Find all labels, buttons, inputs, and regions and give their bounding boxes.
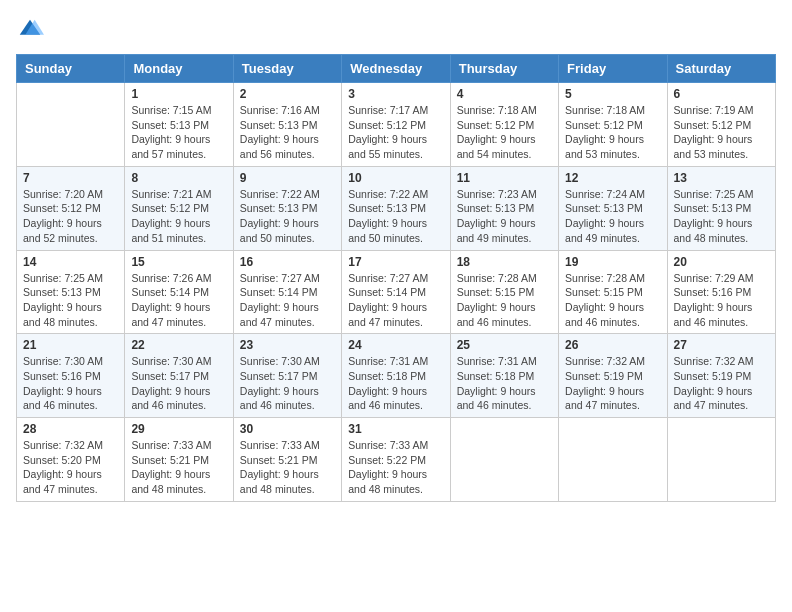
day-number: 22 xyxy=(131,338,226,352)
day-info: Sunrise: 7:18 AM Sunset: 5:12 PM Dayligh… xyxy=(565,103,660,162)
day-info: Sunrise: 7:33 AM Sunset: 5:21 PM Dayligh… xyxy=(131,438,226,497)
calendar-cell: 17Sunrise: 7:27 AM Sunset: 5:14 PM Dayli… xyxy=(342,250,450,334)
calendar-cell: 11Sunrise: 7:23 AM Sunset: 5:13 PM Dayli… xyxy=(450,166,558,250)
day-number: 29 xyxy=(131,422,226,436)
calendar-cell: 15Sunrise: 7:26 AM Sunset: 5:14 PM Dayli… xyxy=(125,250,233,334)
calendar-cell: 9Sunrise: 7:22 AM Sunset: 5:13 PM Daylig… xyxy=(233,166,341,250)
day-info: Sunrise: 7:16 AM Sunset: 5:13 PM Dayligh… xyxy=(240,103,335,162)
calendar-cell: 29Sunrise: 7:33 AM Sunset: 5:21 PM Dayli… xyxy=(125,418,233,502)
calendar-cell: 21Sunrise: 7:30 AM Sunset: 5:16 PM Dayli… xyxy=(17,334,125,418)
day-number: 2 xyxy=(240,87,335,101)
day-info: Sunrise: 7:20 AM Sunset: 5:12 PM Dayligh… xyxy=(23,187,118,246)
calendar-cell: 3Sunrise: 7:17 AM Sunset: 5:12 PM Daylig… xyxy=(342,83,450,167)
day-info: Sunrise: 7:33 AM Sunset: 5:22 PM Dayligh… xyxy=(348,438,443,497)
weekday-header-monday: Monday xyxy=(125,55,233,83)
day-number: 26 xyxy=(565,338,660,352)
calendar-cell: 13Sunrise: 7:25 AM Sunset: 5:13 PM Dayli… xyxy=(667,166,775,250)
day-info: Sunrise: 7:31 AM Sunset: 5:18 PM Dayligh… xyxy=(457,354,552,413)
calendar-table: SundayMondayTuesdayWednesdayThursdayFrid… xyxy=(16,54,776,502)
day-info: Sunrise: 7:17 AM Sunset: 5:12 PM Dayligh… xyxy=(348,103,443,162)
logo xyxy=(16,16,46,44)
calendar-cell: 27Sunrise: 7:32 AM Sunset: 5:19 PM Dayli… xyxy=(667,334,775,418)
day-info: Sunrise: 7:26 AM Sunset: 5:14 PM Dayligh… xyxy=(131,271,226,330)
calendar-body: 1Sunrise: 7:15 AM Sunset: 5:13 PM Daylig… xyxy=(17,83,776,502)
calendar-cell: 5Sunrise: 7:18 AM Sunset: 5:12 PM Daylig… xyxy=(559,83,667,167)
calendar-cell: 6Sunrise: 7:19 AM Sunset: 5:12 PM Daylig… xyxy=(667,83,775,167)
calendar-cell: 19Sunrise: 7:28 AM Sunset: 5:15 PM Dayli… xyxy=(559,250,667,334)
calendar-week-row: 1Sunrise: 7:15 AM Sunset: 5:13 PM Daylig… xyxy=(17,83,776,167)
calendar-cell: 26Sunrise: 7:32 AM Sunset: 5:19 PM Dayli… xyxy=(559,334,667,418)
day-info: Sunrise: 7:28 AM Sunset: 5:15 PM Dayligh… xyxy=(565,271,660,330)
weekday-header-row: SundayMondayTuesdayWednesdayThursdayFrid… xyxy=(17,55,776,83)
day-info: Sunrise: 7:25 AM Sunset: 5:13 PM Dayligh… xyxy=(23,271,118,330)
day-info: Sunrise: 7:32 AM Sunset: 5:19 PM Dayligh… xyxy=(674,354,769,413)
day-number: 27 xyxy=(674,338,769,352)
day-info: Sunrise: 7:31 AM Sunset: 5:18 PM Dayligh… xyxy=(348,354,443,413)
calendar-cell: 24Sunrise: 7:31 AM Sunset: 5:18 PM Dayli… xyxy=(342,334,450,418)
weekday-header-friday: Friday xyxy=(559,55,667,83)
calendar-week-row: 21Sunrise: 7:30 AM Sunset: 5:16 PM Dayli… xyxy=(17,334,776,418)
calendar-cell xyxy=(17,83,125,167)
day-number: 24 xyxy=(348,338,443,352)
day-number: 11 xyxy=(457,171,552,185)
day-number: 13 xyxy=(674,171,769,185)
day-number: 16 xyxy=(240,255,335,269)
day-number: 23 xyxy=(240,338,335,352)
day-number: 3 xyxy=(348,87,443,101)
day-number: 9 xyxy=(240,171,335,185)
calendar-cell xyxy=(559,418,667,502)
day-number: 8 xyxy=(131,171,226,185)
page-header xyxy=(16,16,776,44)
day-info: Sunrise: 7:32 AM Sunset: 5:19 PM Dayligh… xyxy=(565,354,660,413)
day-number: 5 xyxy=(565,87,660,101)
weekday-header-thursday: Thursday xyxy=(450,55,558,83)
calendar-week-row: 14Sunrise: 7:25 AM Sunset: 5:13 PM Dayli… xyxy=(17,250,776,334)
day-number: 31 xyxy=(348,422,443,436)
calendar-cell xyxy=(667,418,775,502)
day-info: Sunrise: 7:30 AM Sunset: 5:17 PM Dayligh… xyxy=(240,354,335,413)
calendar-cell: 10Sunrise: 7:22 AM Sunset: 5:13 PM Dayli… xyxy=(342,166,450,250)
day-number: 6 xyxy=(674,87,769,101)
calendar-cell: 12Sunrise: 7:24 AM Sunset: 5:13 PM Dayli… xyxy=(559,166,667,250)
calendar-cell: 30Sunrise: 7:33 AM Sunset: 5:21 PM Dayli… xyxy=(233,418,341,502)
day-number: 1 xyxy=(131,87,226,101)
day-number: 20 xyxy=(674,255,769,269)
day-number: 28 xyxy=(23,422,118,436)
calendar-header: SundayMondayTuesdayWednesdayThursdayFrid… xyxy=(17,55,776,83)
calendar-week-row: 7Sunrise: 7:20 AM Sunset: 5:12 PM Daylig… xyxy=(17,166,776,250)
day-info: Sunrise: 7:24 AM Sunset: 5:13 PM Dayligh… xyxy=(565,187,660,246)
day-number: 4 xyxy=(457,87,552,101)
calendar-cell: 14Sunrise: 7:25 AM Sunset: 5:13 PM Dayli… xyxy=(17,250,125,334)
calendar-cell: 1Sunrise: 7:15 AM Sunset: 5:13 PM Daylig… xyxy=(125,83,233,167)
calendar-cell: 25Sunrise: 7:31 AM Sunset: 5:18 PM Dayli… xyxy=(450,334,558,418)
day-info: Sunrise: 7:22 AM Sunset: 5:13 PM Dayligh… xyxy=(348,187,443,246)
logo-icon xyxy=(16,16,44,44)
weekday-header-saturday: Saturday xyxy=(667,55,775,83)
day-info: Sunrise: 7:27 AM Sunset: 5:14 PM Dayligh… xyxy=(240,271,335,330)
day-info: Sunrise: 7:33 AM Sunset: 5:21 PM Dayligh… xyxy=(240,438,335,497)
day-info: Sunrise: 7:18 AM Sunset: 5:12 PM Dayligh… xyxy=(457,103,552,162)
day-number: 10 xyxy=(348,171,443,185)
day-info: Sunrise: 7:28 AM Sunset: 5:15 PM Dayligh… xyxy=(457,271,552,330)
calendar-cell: 22Sunrise: 7:30 AM Sunset: 5:17 PM Dayli… xyxy=(125,334,233,418)
day-info: Sunrise: 7:21 AM Sunset: 5:12 PM Dayligh… xyxy=(131,187,226,246)
calendar-cell: 7Sunrise: 7:20 AM Sunset: 5:12 PM Daylig… xyxy=(17,166,125,250)
calendar-cell: 23Sunrise: 7:30 AM Sunset: 5:17 PM Dayli… xyxy=(233,334,341,418)
weekday-header-wednesday: Wednesday xyxy=(342,55,450,83)
calendar-cell: 16Sunrise: 7:27 AM Sunset: 5:14 PM Dayli… xyxy=(233,250,341,334)
day-info: Sunrise: 7:15 AM Sunset: 5:13 PM Dayligh… xyxy=(131,103,226,162)
weekday-header-sunday: Sunday xyxy=(17,55,125,83)
calendar-cell: 4Sunrise: 7:18 AM Sunset: 5:12 PM Daylig… xyxy=(450,83,558,167)
calendar-cell: 28Sunrise: 7:32 AM Sunset: 5:20 PM Dayli… xyxy=(17,418,125,502)
day-number: 14 xyxy=(23,255,118,269)
day-info: Sunrise: 7:19 AM Sunset: 5:12 PM Dayligh… xyxy=(674,103,769,162)
day-info: Sunrise: 7:30 AM Sunset: 5:17 PM Dayligh… xyxy=(131,354,226,413)
calendar-cell xyxy=(450,418,558,502)
day-number: 7 xyxy=(23,171,118,185)
day-info: Sunrise: 7:25 AM Sunset: 5:13 PM Dayligh… xyxy=(674,187,769,246)
day-info: Sunrise: 7:23 AM Sunset: 5:13 PM Dayligh… xyxy=(457,187,552,246)
calendar-cell: 2Sunrise: 7:16 AM Sunset: 5:13 PM Daylig… xyxy=(233,83,341,167)
calendar-cell: 20Sunrise: 7:29 AM Sunset: 5:16 PM Dayli… xyxy=(667,250,775,334)
day-info: Sunrise: 7:30 AM Sunset: 5:16 PM Dayligh… xyxy=(23,354,118,413)
day-number: 25 xyxy=(457,338,552,352)
